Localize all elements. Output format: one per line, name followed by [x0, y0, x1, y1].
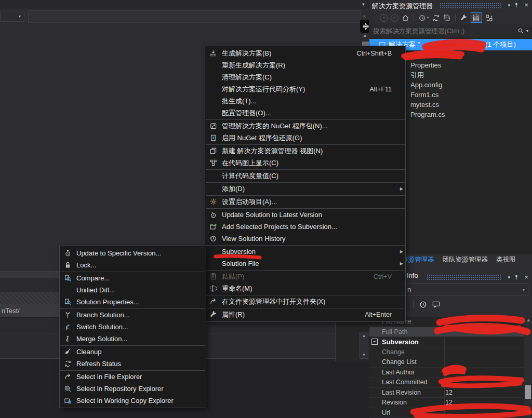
- history-icon[interactable]: [419, 300, 428, 309]
- menu-item[interactable]: 批生成(T)...: [205, 95, 405, 107]
- refresh-icon[interactable]: [432, 14, 440, 22]
- fragment-scrollbar[interactable]: ▲ ▼: [360, 332, 368, 359]
- menu-item[interactable]: 重命名(M): [205, 282, 405, 294]
- property-row[interactable]: Last Author: [369, 368, 532, 378]
- menu-item[interactable]: Switch Solution...: [60, 321, 206, 333]
- pin-icon[interactable]: [513, 2, 520, 9]
- menu-item[interactable]: Select in Working Copy Explorer: [60, 395, 206, 407]
- expander-icon: [371, 399, 378, 406]
- close-icon[interactable]: ×: [524, 1, 528, 9]
- add-svn-icon: [208, 223, 219, 231]
- menu-item[interactable]: Add Selected Projects to Subversion...: [205, 221, 405, 233]
- nuget-restore-icon: [208, 134, 219, 142]
- property-row[interactable]: Url: [369, 408, 532, 418]
- menu-item[interactable]: 对解决方案运行代码分析(Y) Alt+F11: [205, 83, 405, 95]
- scroll-down-icon[interactable]: ▼: [362, 353, 366, 357]
- menu-item[interactable]: Update to Specific Version...: [60, 247, 206, 259]
- property-row[interactable]: Last Committed: [369, 377, 532, 388]
- search-icon[interactable]: [517, 28, 524, 34]
- wrench-icon: [208, 311, 219, 318]
- pin-icon[interactable]: [513, 274, 520, 281]
- folder-search-icon: [62, 397, 73, 404]
- pending-changes-filter-icon[interactable]: [418, 14, 426, 22]
- menu-item[interactable]: 清理解决方案(C): [205, 71, 405, 83]
- panel-tab[interactable]: 团队资源管理器: [438, 254, 493, 266]
- property-label: Url: [380, 409, 441, 416]
- collapse-all-icon[interactable]: [443, 14, 451, 22]
- panel-title: Info: [407, 272, 418, 279]
- property-label: Last Revision: [380, 389, 441, 396]
- open-folder-icon: [208, 298, 219, 305]
- menu-item[interactable]: Select in Repository Explorer: [60, 383, 206, 395]
- show-all-files-icon[interactable]: [471, 12, 482, 23]
- menu-item[interactable]: 在代码图上显示(C): [205, 157, 405, 169]
- expander-icon: [371, 329, 378, 335]
- back-icon[interactable]: ◄: [380, 14, 388, 22]
- toolbar-overflow2-icon[interactable]: ▾: [363, 14, 365, 19]
- branch-icon: [62, 311, 73, 319]
- menu-shortcut: Alt+F11: [370, 86, 398, 93]
- window-position-icon[interactable]: ▾: [508, 275, 510, 280]
- menu-item[interactable]: Solution File ▶: [205, 258, 405, 269]
- property-row[interactable]: − Subversion: [369, 337, 532, 347]
- menu-item[interactable]: Lock...: [60, 259, 206, 271]
- solution-explorer-titlebar[interactable]: 解决方案资源管理器 ▾ ×: [369, 0, 532, 11]
- menu-item[interactable]: 配置管理器(O)...: [205, 107, 405, 119]
- toolbar-field[interactable]: [28, 10, 361, 23]
- search-input[interactable]: [369, 28, 517, 35]
- menu-item[interactable]: Unified Diff...: [60, 284, 206, 296]
- property-row[interactable]: Change List: [369, 357, 532, 368]
- menu-item[interactable]: Merge Solution...: [60, 333, 206, 345]
- forward-icon[interactable]: ►: [391, 14, 398, 22]
- toolbar-separator: [414, 14, 414, 21]
- menu-item[interactable]: 计算代码度量值(C): [205, 170, 405, 182]
- solution-label-suffix: (1 个项目): [485, 40, 516, 49]
- close-icon[interactable]: ×: [524, 273, 528, 281]
- menu-item[interactable]: Cleanup: [60, 346, 206, 358]
- menu-item[interactable]: 新建 解决方案资源管理器 视图(N): [205, 145, 405, 157]
- panel-title: 解决方案资源管理器: [372, 2, 433, 11]
- menu-item[interactable]: View Solution History: [205, 233, 405, 245]
- filter-caret-icon[interactable]: ▾: [427, 16, 429, 20]
- menu-item[interactable]: Solution Properties...: [60, 296, 206, 308]
- expander-icon: [371, 389, 378, 396]
- panel-tab[interactable]: 类视图: [492, 254, 520, 266]
- menu-item[interactable]: Branch Solution...: [60, 309, 206, 321]
- menu-item[interactable]: Update Solution to Latest Version: [205, 209, 405, 221]
- search-caret-icon[interactable]: ▾: [526, 29, 528, 33]
- home-icon[interactable]: [402, 14, 409, 22]
- compare-icon: [62, 274, 73, 282]
- menu-item[interactable]: 属性(R) Alt+Enter: [205, 308, 405, 320]
- comment-icon[interactable]: [432, 300, 441, 309]
- toolbar-overflow-icon[interactable]: ▾: [362, 2, 365, 7]
- menu-item[interactable]: Select in File Explorer: [60, 371, 206, 383]
- menu-item[interactable]: 管理解决方案的 NuGet 程序包(N)...: [205, 120, 405, 132]
- menu-item[interactable]: 生成解决方案(B) Ctrl+Shift+B: [205, 47, 405, 59]
- menu-item[interactable]: Subversion ▶: [205, 246, 405, 258]
- menu-item[interactable]: Compare...: [60, 272, 206, 284]
- properties-wrench-icon[interactable]: [460, 14, 468, 22]
- property-value: 12: [441, 389, 532, 396]
- toolbar-separator: [413, 301, 414, 308]
- menu-item[interactable]: 粘贴(P) Ctrl+V: [205, 271, 405, 282]
- scrollbar-thumb[interactable]: [525, 385, 531, 399]
- expander-icon: [371, 349, 378, 355]
- menu-item[interactable]: 添加(D) ▶: [205, 183, 405, 195]
- sync-with-active-document-icon[interactable]: [485, 14, 493, 22]
- property-row[interactable]: Full Path: [369, 327, 532, 338]
- property-row[interactable]: Revision 12: [369, 398, 532, 408]
- scrollbar-up-icon[interactable]: ▲: [363, 33, 367, 38]
- menu-item[interactable]: Refresh Status: [60, 358, 206, 370]
- scroll-up-icon[interactable]: ▲: [526, 318, 530, 322]
- menu-item[interactable]: 启用 NuGet 程序包还原(G): [205, 132, 405, 144]
- submenu-arrow-icon: ▶: [398, 249, 403, 254]
- scroll-up-icon[interactable]: ▲: [362, 333, 366, 338]
- grid-scrollbar[interactable]: ▲: [524, 317, 532, 418]
- window-position-icon[interactable]: ▾: [508, 3, 510, 8]
- property-row[interactable]: Last Revision 12: [369, 388, 532, 398]
- property-row[interactable]: Change: [369, 347, 532, 358]
- menu-item[interactable]: 在文件资源管理器中打开文件夹(X): [205, 295, 405, 307]
- menu-item[interactable]: 重新生成解决方案(R): [205, 59, 405, 71]
- menu-item[interactable]: 设置启动项目(A)...: [205, 196, 405, 208]
- toolbar-combobox[interactable]: ▾: [0, 11, 24, 22]
